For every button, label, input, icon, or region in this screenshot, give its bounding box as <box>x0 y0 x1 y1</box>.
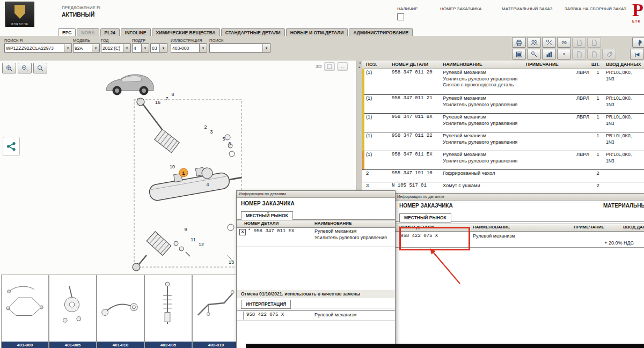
part-name: Рулевой механизм <box>314 312 357 317</box>
tab-interpretation[interactable]: ИНТЕРПРЕТАЦИЯ <box>241 300 291 309</box>
part-info-popup-left: Информация по деталям НОМЕР ЗАКАЗЧИКА МЕ… <box>236 190 396 348</box>
col-data: ВВОД ДАННЫХ <box>606 62 641 67</box>
table-row[interactable]: 2955 347 191 10Гофрированный чехол2 <box>362 169 644 182</box>
col-part: НОМЕР ДЕТАЛИ <box>392 62 428 67</box>
table-row[interactable]: (1)958 347 011 21Рулевой механизмУсилите… <box>362 94 644 114</box>
cell-note: ЛВРЛ <box>526 114 589 121</box>
cell-data-entry: PR:L0L,0K0,1N3 <box>606 95 632 108</box>
cell-name: Рулевой механизмУсилитель рулевого управ… <box>443 114 517 127</box>
cell-pos: (1) <box>366 95 372 102</box>
cell-part-number: 955 347 191 10 <box>392 171 433 177</box>
cell-name: Рулевой механизмУсилитель рулевого управ… <box>443 70 517 88</box>
callout-1[interactable]: 1 <box>179 168 188 177</box>
cell-pos: (1) <box>366 152 372 158</box>
cell-name: Хомут с ушками <box>443 183 480 189</box>
part-checkbox[interactable]: ✕ <box>239 229 246 235</box>
row-status-marker <box>362 94 364 113</box>
popup-row[interactable]: ✕ * 958 347 011 EX Рулевой механизм Усил… <box>237 227 395 247</box>
callout-12[interactable]: 12 <box>199 242 204 247</box>
callout-8[interactable]: 8 <box>171 92 174 97</box>
cell-part-number: 958 347 011 BX <box>392 114 433 121</box>
cell-note: ЛВРЛ <box>526 70 589 76</box>
interpretation-row[interactable]: 958 422 075 X Рулевой механизм <box>237 310 395 321</box>
callout-16[interactable]: 16 <box>155 100 160 105</box>
cell-qty: 1 <box>591 70 604 76</box>
cell-part-number: N 105 517 01 <box>392 183 427 189</box>
row-status-marker <box>362 69 364 94</box>
cell-qty: 1 <box>591 114 604 121</box>
cell-name: Рулевой механизмУсилитель рулевого управ… <box>443 95 517 108</box>
cell-data-entry: PR:L0L,0K0,1N3 <box>606 152 632 164</box>
col-name: НАИМЕНОВАНИЕ <box>443 62 482 67</box>
cell-part-number: 958 347 011 21 <box>392 95 433 102</box>
cell-pos: (1) <box>366 133 372 139</box>
table-row[interactable]: (1)958 347 011 20Рулевой механизмУсилите… <box>362 69 644 95</box>
popup-row[interactable]: 958 422 075 X Рулевой механизм + 20.0% Н… <box>395 231 644 248</box>
cell-part-number: 958 347 011 22 <box>392 133 433 139</box>
row-status-marker <box>362 132 364 151</box>
cell-qty: 1 <box>591 133 604 139</box>
cell-data-entry: PR:L0L,0K0,1N3 <box>606 70 632 82</box>
cell-pos: (1) <box>366 114 372 121</box>
callout-11[interactable]: 11 <box>191 237 195 242</box>
tab-local-market[interactable]: МЕСТНЫЙ РЫНОК <box>241 211 293 220</box>
popup-heading: НОМЕР ЗАКАЗЧИКА <box>399 203 453 209</box>
table-row[interactable]: (1)958 347 011 22Рулевой механизмУсилите… <box>362 132 644 151</box>
cell-qty: 2 <box>591 171 604 177</box>
epc-app: PORSCHE ПРЕДЛОЖЕНИЕ FI АКТИВНЫЙ НАЛИЧИЕ … <box>0 0 644 348</box>
popup-titlebar[interactable]: Информация по деталям <box>395 194 644 201</box>
cell-data-entry: PR:L0L,0K0,1N3 <box>606 114 632 127</box>
callout-3[interactable]: 3 <box>210 129 213 135</box>
callout-5[interactable]: 5 <box>222 136 225 142</box>
cell-name: Рулевой механизмУсилитель рулевого управ… <box>443 152 517 164</box>
cell-pos: 3 <box>366 183 369 189</box>
popup-titlebar[interactable]: Информация по деталям <box>237 191 395 198</box>
row-status-marker <box>362 113 364 132</box>
callout-10[interactable]: 10 <box>170 164 175 169</box>
col-name: НАИМЕНОВАНИЕ <box>473 225 510 229</box>
callout-4[interactable]: 4 <box>206 182 209 187</box>
tab-local-market[interactable]: МЕСТНЫЙ РЫНОК <box>399 213 451 223</box>
popup-grid-header: НОМЕР ДЕТАЛИ НАИМЕНОВАНИЕ ПРИМЕЧАНИЕ ВВО… <box>395 224 644 232</box>
popup-heading: НОМЕР ЗАКАЗЧИКА <box>241 201 295 206</box>
part-note: + 20.0% НДС <box>574 240 634 246</box>
row-status-marker <box>362 151 364 169</box>
table-row[interactable]: (1)958 347 011 EXРулевой механизмУсилите… <box>362 151 644 170</box>
cell-name: Рулевой механизмУсилитель рулевого управ… <box>443 133 517 145</box>
callout-13[interactable]: 13 <box>229 260 234 265</box>
cell-part-number: 958 347 011 EX <box>392 152 433 158</box>
cell-part-number: 958 347 011 20 <box>392 70 433 76</box>
cell-note: ЛВРЛ <box>526 152 589 158</box>
part-name: Рулевой механизм Усилитель рулевого упра… <box>314 228 387 241</box>
part-info-popup-right: Информация по деталям НОМЕР ЗАКАЗЧИКА МА… <box>394 193 644 345</box>
col-name: НАИМЕНОВАНИЕ <box>314 221 352 226</box>
col-part: НОМЕР ДЕТАЛИ <box>399 225 434 229</box>
col-note: ПРИМЕЧАНИЕ <box>574 225 604 229</box>
part-name: Рулевой механизм <box>473 233 515 239</box>
col-qty: ШТ. <box>591 62 599 67</box>
part-number: * 958 347 011 EX <box>248 228 294 234</box>
table-row[interactable]: (1)958 347 011 BXРулевой механизмУсилите… <box>362 113 644 132</box>
parts-table-header: ПОЗ. НОМЕР ДЕТАЛИ НАИМЕНОВАНИЕ ПРИМЕЧАНИ… <box>362 61 644 69</box>
callout-9[interactable]: 9 <box>184 227 187 232</box>
cell-pos: 2 <box>366 171 369 177</box>
col-note: ПРИМЕЧАНИЕ <box>526 62 559 67</box>
callout-7[interactable]: 7 <box>165 96 168 101</box>
cell-qty: 1 <box>591 95 604 102</box>
callout-2[interactable]: 2 <box>204 124 207 130</box>
cell-qty: 1 <box>591 152 604 158</box>
popup-heading-right: МАТЕРИАЛЬНЫЙ <box>603 203 644 209</box>
col-part: НОМЕР ДЕТАЛИ <box>244 221 279 226</box>
popup-grid-header: НОМЕР ДЕТАЛИ НАИМЕНОВАНИЕ <box>237 220 395 228</box>
part-number: 958 422 075 X <box>400 233 438 239</box>
col-data: ВВОД ДАН <box>623 225 644 229</box>
callout-6[interactable]: 6 <box>228 141 231 146</box>
col-pos: ПОЗ. <box>366 62 377 67</box>
part-number: 958 422 075 X <box>246 312 284 317</box>
cell-pos: (1) <box>366 70 372 76</box>
cell-data-entry: PR:L0L,0K0,1N3 <box>606 133 632 145</box>
replacement-note: Отмена 01/10/2021. использовать в качест… <box>237 290 395 298</box>
cell-qty: 2 <box>591 183 604 189</box>
window-edge <box>246 344 644 348</box>
cell-note: ЛВРЛ <box>526 95 589 102</box>
